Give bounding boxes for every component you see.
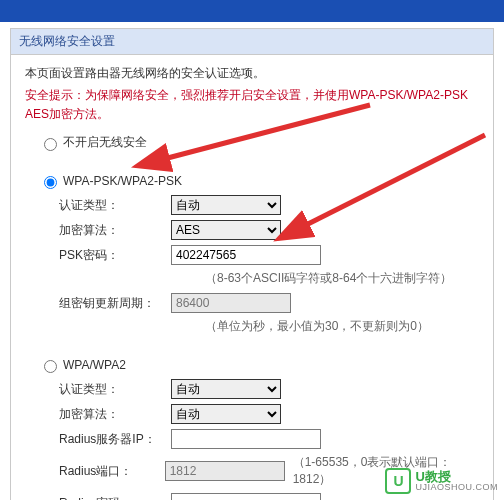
- radius-port-label: Radius端口：: [59, 463, 165, 480]
- psk-subform: 认证类型： 自动 加密算法： AES PSK密码： （8-63个ASCII码字符…: [59, 195, 479, 335]
- radius-pwd-label: Radius密码：: [59, 495, 171, 500]
- intro-text: 本页面设置路由器无线网络的安全认证选项。: [25, 65, 479, 82]
- radio-wpa-psk-label: WPA-PSK/WPA2-PSK: [63, 174, 182, 188]
- panel-body: 本页面设置路由器无线网络的安全认证选项。 安全提示：为保障网络安全，强烈推荐开启…: [11, 55, 493, 500]
- radius-ip-input[interactable]: [171, 429, 321, 449]
- option-row-none: 不开启无线安全: [39, 134, 479, 151]
- security-warning: 安全提示：为保障网络安全，强烈推荐开启安全设置，并使用WPA-PSK/WPA2-…: [25, 86, 479, 124]
- psk-enc-label: 加密算法：: [59, 222, 171, 239]
- radio-no-security[interactable]: [44, 138, 57, 151]
- psk-password-label: PSK密码：: [59, 247, 171, 264]
- panel-title: 无线网络安全设置: [11, 29, 493, 55]
- watermark-badge-icon: U: [385, 468, 411, 494]
- option-row-wpa: WPA/WPA2: [39, 357, 479, 373]
- radius-port-input[interactable]: [165, 461, 285, 481]
- window-top-bar: [0, 0, 504, 22]
- psk-interval-input[interactable]: [171, 293, 291, 313]
- psk-interval-label: 组密钥更新周期：: [59, 295, 171, 312]
- radio-no-security-label: 不开启无线安全: [63, 134, 147, 151]
- psk-auth-select[interactable]: 自动: [171, 195, 281, 215]
- psk-auth-label: 认证类型：: [59, 197, 171, 214]
- wpa-auth-select[interactable]: 自动: [171, 379, 281, 399]
- psk-password-hint: （8-63个ASCII码字符或8-64个十六进制字符）: [205, 270, 479, 287]
- psk-password-input[interactable]: [171, 245, 321, 265]
- wireless-security-panel: 无线网络安全设置 本页面设置路由器无线网络的安全认证选项。 安全提示：为保障网络…: [10, 28, 494, 500]
- watermark-en: UJIAOSHOU.COM: [415, 483, 498, 492]
- radio-wpa-label: WPA/WPA2: [63, 358, 126, 372]
- radius-pwd-input[interactable]: [171, 493, 321, 500]
- option-row-psk: WPA-PSK/WPA2-PSK: [39, 173, 479, 189]
- psk-interval-hint: （单位为秒，最小值为30，不更新则为0）: [205, 318, 479, 335]
- watermark: U U教授 UJIAOSHOU.COM: [385, 468, 498, 494]
- radio-wpa-psk[interactable]: [44, 176, 57, 189]
- wpa-enc-select[interactable]: 自动: [171, 404, 281, 424]
- wpa-auth-label: 认证类型：: [59, 381, 171, 398]
- radio-wpa[interactable]: [44, 360, 57, 373]
- wpa-enc-label: 加密算法：: [59, 406, 171, 423]
- radius-ip-label: Radius服务器IP：: [59, 431, 171, 448]
- psk-enc-select[interactable]: AES: [171, 220, 281, 240]
